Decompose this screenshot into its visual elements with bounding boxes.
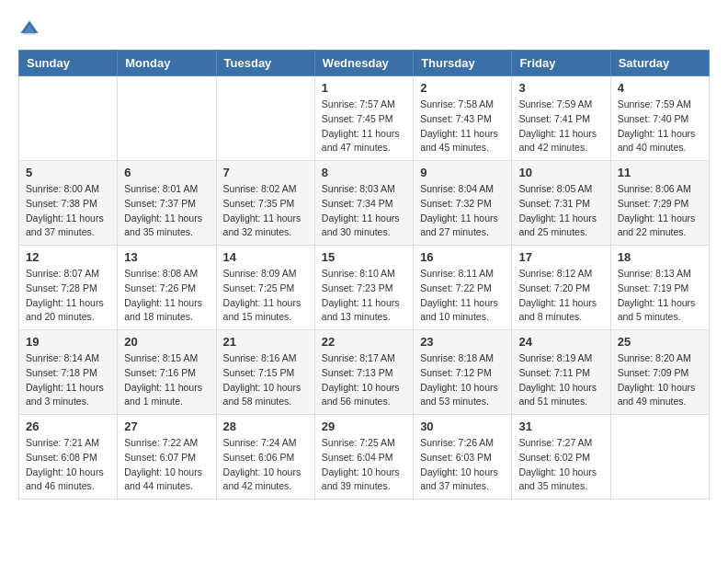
day-number: 12	[26, 250, 110, 264]
day-info: Sunrise: 8:09 AM Sunset: 7:25 PM Dayligh…	[223, 267, 308, 325]
day-info: Sunrise: 8:19 AM Sunset: 7:11 PM Dayligh…	[518, 351, 603, 409]
calendar-cell: 28Sunrise: 7:24 AM Sunset: 6:06 PM Dayli…	[216, 415, 314, 500]
calendar-cell: 1Sunrise: 7:57 AM Sunset: 7:45 PM Daylig…	[314, 76, 413, 161]
calendar-cell: 25Sunrise: 8:20 AM Sunset: 7:09 PM Dayli…	[610, 330, 709, 415]
calendar-cell: 17Sunrise: 8:12 AM Sunset: 7:20 PM Dayli…	[512, 246, 610, 330]
day-info: Sunrise: 7:25 AM Sunset: 6:04 PM Dayligh…	[322, 436, 406, 494]
day-info: Sunrise: 8:04 AM Sunset: 7:32 PM Dayligh…	[420, 182, 505, 240]
header-day-friday: Friday	[512, 51, 610, 76]
day-info: Sunrise: 7:22 AM Sunset: 6:07 PM Dayligh…	[124, 436, 209, 494]
calendar-cell: 31Sunrise: 7:27 AM Sunset: 6:02 PM Dayli…	[512, 415, 610, 500]
calendar-cell: 30Sunrise: 7:26 AM Sunset: 6:03 PM Dayli…	[414, 415, 512, 500]
calendar-week-3: 12Sunrise: 8:07 AM Sunset: 7:28 PM Dayli…	[19, 246, 710, 330]
header-day-monday: Monday	[118, 51, 216, 76]
calendar-cell: 19Sunrise: 8:14 AM Sunset: 7:18 PM Dayli…	[19, 330, 118, 415]
calendar-body: 1Sunrise: 7:57 AM Sunset: 7:45 PM Daylig…	[19, 76, 710, 500]
calendar-cell: 13Sunrise: 8:08 AM Sunset: 7:26 PM Dayli…	[118, 246, 216, 330]
calendar-cell: 2Sunrise: 7:58 AM Sunset: 7:43 PM Daylig…	[414, 76, 512, 161]
day-info: Sunrise: 8:05 AM Sunset: 7:31 PM Dayligh…	[518, 182, 603, 240]
day-info: Sunrise: 8:15 AM Sunset: 7:16 PM Dayligh…	[124, 351, 209, 409]
calendar-cell: 7Sunrise: 8:02 AM Sunset: 7:35 PM Daylig…	[216, 161, 314, 246]
calendar-cell	[19, 76, 118, 161]
calendar-cell: 12Sunrise: 8:07 AM Sunset: 7:28 PM Dayli…	[19, 246, 118, 330]
day-number: 22	[322, 335, 406, 349]
day-info: Sunrise: 8:18 AM Sunset: 7:12 PM Dayligh…	[420, 351, 505, 409]
day-number: 14	[223, 250, 308, 264]
day-number: 2	[420, 81, 505, 95]
day-number: 7	[223, 166, 308, 179]
calendar-header-row: SundayMondayTuesdayWednesdayThursdayFrid…	[19, 51, 710, 76]
day-number: 16	[420, 250, 505, 264]
day-number: 6	[124, 166, 209, 179]
day-info: Sunrise: 8:14 AM Sunset: 7:18 PM Dayligh…	[26, 351, 110, 409]
calendar-cell: 15Sunrise: 8:10 AM Sunset: 7:23 PM Dayli…	[314, 246, 413, 330]
calendar-cell: 21Sunrise: 8:16 AM Sunset: 7:15 PM Dayli…	[216, 330, 314, 415]
calendar-cell: 11Sunrise: 8:06 AM Sunset: 7:29 PM Dayli…	[610, 161, 709, 246]
day-info: Sunrise: 8:00 AM Sunset: 7:38 PM Dayligh…	[26, 182, 110, 240]
calendar-week-1: 1Sunrise: 7:57 AM Sunset: 7:45 PM Daylig…	[19, 76, 710, 161]
day-number: 19	[26, 335, 110, 349]
day-number: 3	[518, 81, 603, 95]
day-number: 20	[124, 335, 209, 349]
day-number: 29	[322, 419, 406, 433]
day-number: 30	[420, 419, 505, 433]
day-number: 1	[322, 81, 406, 95]
day-info: Sunrise: 7:21 AM Sunset: 6:08 PM Dayligh…	[26, 436, 110, 494]
header-day-sunday: Sunday	[19, 51, 118, 76]
calendar-cell	[216, 76, 314, 161]
day-number: 4	[618, 81, 702, 95]
day-number: 17	[518, 250, 603, 264]
day-info: Sunrise: 8:12 AM Sunset: 7:20 PM Dayligh…	[518, 267, 603, 325]
day-info: Sunrise: 8:02 AM Sunset: 7:35 PM Dayligh…	[223, 182, 308, 240]
calendar-cell: 27Sunrise: 7:22 AM Sunset: 6:07 PM Dayli…	[118, 415, 216, 500]
day-number: 28	[223, 419, 308, 433]
calendar-cell: 16Sunrise: 8:11 AM Sunset: 7:22 PM Dayli…	[414, 246, 512, 330]
calendar-cell: 26Sunrise: 7:21 AM Sunset: 6:08 PM Dayli…	[19, 415, 118, 500]
calendar-cell: 29Sunrise: 7:25 AM Sunset: 6:04 PM Dayli…	[314, 415, 413, 500]
day-info: Sunrise: 8:17 AM Sunset: 7:13 PM Dayligh…	[322, 351, 406, 409]
calendar-cell: 8Sunrise: 8:03 AM Sunset: 7:34 PM Daylig…	[314, 161, 413, 246]
calendar-cell: 3Sunrise: 7:59 AM Sunset: 7:41 PM Daylig…	[512, 76, 610, 161]
day-info: Sunrise: 7:59 AM Sunset: 7:40 PM Dayligh…	[618, 98, 702, 155]
day-info: Sunrise: 8:08 AM Sunset: 7:26 PM Dayligh…	[124, 267, 209, 325]
calendar-cell	[118, 76, 216, 161]
day-number: 27	[124, 419, 209, 433]
day-info: Sunrise: 7:26 AM Sunset: 6:03 PM Dayligh…	[420, 436, 505, 494]
day-number: 18	[618, 250, 702, 264]
calendar-cell: 4Sunrise: 7:59 AM Sunset: 7:40 PM Daylig…	[610, 76, 709, 161]
day-number: 5	[26, 166, 110, 179]
day-info: Sunrise: 8:20 AM Sunset: 7:09 PM Dayligh…	[618, 351, 702, 409]
calendar-cell: 14Sunrise: 8:09 AM Sunset: 7:25 PM Dayli…	[216, 246, 314, 330]
day-number: 21	[223, 335, 308, 349]
day-info: Sunrise: 8:03 AM Sunset: 7:34 PM Dayligh…	[322, 182, 406, 240]
day-info: Sunrise: 7:24 AM Sunset: 6:06 PM Dayligh…	[223, 436, 308, 494]
calendar-cell: 22Sunrise: 8:17 AM Sunset: 7:13 PM Dayli…	[314, 330, 413, 415]
day-info: Sunrise: 8:01 AM Sunset: 7:37 PM Dayligh…	[124, 182, 209, 240]
calendar-week-2: 5Sunrise: 8:00 AM Sunset: 7:38 PM Daylig…	[19, 161, 710, 246]
day-number: 25	[618, 335, 702, 349]
header-day-tuesday: Tuesday	[216, 51, 314, 76]
header-day-saturday: Saturday	[610, 51, 709, 76]
calendar-cell: 23Sunrise: 8:18 AM Sunset: 7:12 PM Dayli…	[414, 330, 512, 415]
day-info: Sunrise: 8:16 AM Sunset: 7:15 PM Dayligh…	[223, 351, 308, 409]
calendar-cell: 18Sunrise: 8:13 AM Sunset: 7:19 PM Dayli…	[610, 246, 709, 330]
header-day-wednesday: Wednesday	[314, 51, 413, 76]
day-number: 9	[420, 166, 505, 179]
day-number: 23	[420, 335, 505, 349]
calendar-cell: 10Sunrise: 8:05 AM Sunset: 7:31 PM Dayli…	[512, 161, 610, 246]
calendar-cell: 5Sunrise: 8:00 AM Sunset: 7:38 PM Daylig…	[19, 161, 118, 246]
day-number: 15	[322, 250, 406, 264]
calendar-cell	[610, 415, 709, 500]
day-info: Sunrise: 7:27 AM Sunset: 6:02 PM Dayligh…	[518, 436, 603, 494]
day-number: 8	[322, 166, 406, 179]
day-number: 10	[518, 166, 603, 179]
day-number: 31	[518, 419, 603, 433]
calendar-week-4: 19Sunrise: 8:14 AM Sunset: 7:18 PM Dayli…	[19, 330, 710, 415]
day-info: Sunrise: 8:13 AM Sunset: 7:19 PM Dayligh…	[618, 267, 702, 325]
calendar-cell: 20Sunrise: 8:15 AM Sunset: 7:16 PM Dayli…	[118, 330, 216, 415]
page-header	[18, 18, 710, 40]
header-day-thursday: Thursday	[414, 51, 512, 76]
day-number: 11	[618, 166, 702, 179]
day-info: Sunrise: 8:07 AM Sunset: 7:28 PM Dayligh…	[26, 267, 110, 325]
calendar-cell: 6Sunrise: 8:01 AM Sunset: 7:37 PM Daylig…	[118, 161, 216, 246]
